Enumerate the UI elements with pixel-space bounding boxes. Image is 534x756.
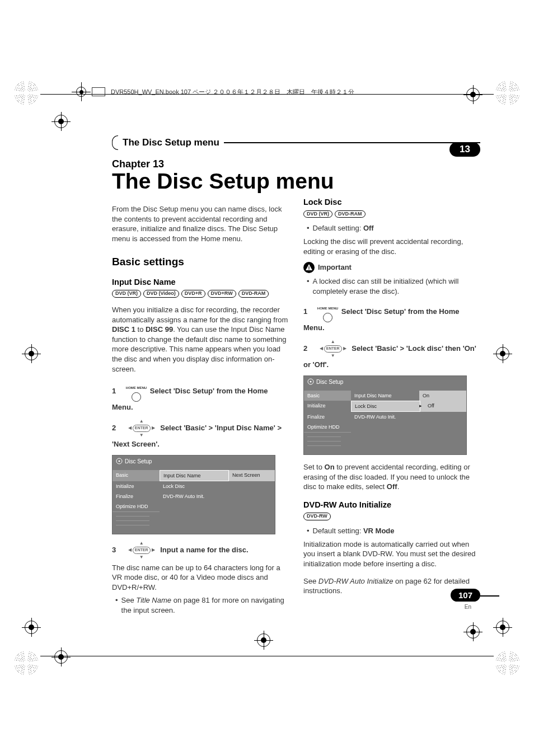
format-badges: DVD-RW [303, 513, 481, 520]
page-lang: En [451, 604, 471, 610]
lock-after-para: Set to On to prevent accidental recordin… [303, 462, 481, 492]
right-column: Lock Disc DVD (VR) DVD-RAM • Default set… [303, 197, 481, 618]
osd-nav-finalize: Finalize [113, 491, 160, 501]
home-menu-icon: HOME MENU [317, 302, 338, 322]
auto-init-default: • Default setting: VR Mode [303, 526, 481, 536]
home-menu-icon: HOME MENU [126, 381, 147, 402]
format-badges: DVD (VR) DVD (Video) DVD+R DVD+RW DVD-RA… [112, 290, 290, 298]
disc-icon [116, 458, 123, 464]
input-disc-name-para: When you initialize a disc for recording… [112, 305, 290, 374]
warning-icon [303, 262, 315, 273]
page-title: The Disc Setup menu [112, 169, 334, 194]
page-number: 107 [451, 589, 480, 602]
osd-title: Disc Setup [304, 376, 466, 391]
osd-nav-basic: Basic [113, 470, 160, 481]
intro-text: From the Disc Setup menu you can name di… [112, 204, 290, 243]
corner-pattern [495, 651, 520, 675]
osd-option-off: ▸Off [420, 401, 466, 412]
badge-dvd-vr: DVD (VR) [303, 210, 332, 218]
registration-mark [257, 633, 270, 647]
badge-dvd-ram: DVD-RAM [238, 290, 269, 298]
chapter-badge: 13 [449, 142, 480, 157]
corner-pattern [14, 81, 39, 105]
step-3-para: The disc name can be up to 64 characters… [112, 563, 290, 593]
osd-nav-basic: Basic [304, 391, 351, 401]
enter-nav-icon: ▲◀ENTER▶▼ [128, 540, 155, 561]
osd-item-auto-init: DVD-RW Auto Init. [160, 491, 228, 501]
lock-step-2: 2 ▲◀ENTER▶▼ Select 'Basic' > 'Lock disc'… [303, 339, 481, 370]
format-badges: DVD (VR) DVD-RAM [303, 210, 481, 218]
enter-nav-icon: ▲◀ENTER▶▼ [320, 339, 346, 359]
osd-item-lock-disc: Lock Disc [160, 481, 228, 491]
disc-icon [307, 378, 314, 385]
svg-point-1 [119, 461, 120, 462]
osd-nav-optimize: Optimize HDD [113, 501, 160, 512]
badge-dvd-plus-r: DVD+R [181, 290, 205, 298]
note-title-name: • See Title Name on page 81 for more on … [112, 595, 290, 615]
registration-mark [466, 88, 480, 101]
osd-disc-setup-2: Disc Setup Basic Input Disc Name On Init… [303, 375, 467, 455]
lock-disc-heading: Lock Disc [303, 197, 481, 208]
page-footer: 107 En [451, 589, 480, 610]
source-header: DVR550H_WV_EN.book 107 ページ ２００６年１２月２８日 木… [76, 87, 354, 96]
crop-line [40, 656, 494, 656]
important-bullet: • A locked disc can still be initialized… [303, 276, 481, 296]
book-icon [92, 87, 105, 96]
lock-para: Locking the disc will prevent accidental… [303, 237, 481, 256]
lock-default: • Default setting: Off [303, 223, 481, 233]
title-bar-text: The Disc Setup menu [123, 137, 219, 148]
step-3: 3 ▲◀ENTER▶▼ Input a name for the disc. [112, 540, 290, 561]
badge-dvd-rw: DVD-RW [303, 513, 331, 520]
badge-dvd-ram: DVD-RAM [335, 210, 366, 218]
input-disc-name-heading: Input Disc Name [112, 277, 290, 288]
source-header-text: DVR550H_WV_EN.book 107 ページ ２００６年１２月２８日 木… [111, 88, 354, 96]
content-columns: From the Disc Setup menu you can name di… [112, 197, 481, 618]
corner-pattern [14, 651, 39, 675]
osd-nav-initialize: Initialize [113, 481, 160, 491]
step-1: 1 HOME MENU Select 'Disc Setup' from the… [112, 381, 290, 412]
lock-step-1: 1 HOME MENU Select 'Disc Setup' from the… [303, 302, 481, 333]
osd-disc-setup-1: Disc Setup Basic Input Disc Name Next Sc… [112, 455, 275, 534]
auto-init-heading: DVD-RW Auto Initialize [303, 500, 481, 511]
osd-nav-optimize: Optimize HDD [304, 422, 351, 433]
osd-nav-finalize: Finalize [304, 412, 351, 422]
auto-init-para: Initialization mode is automatically car… [303, 539, 481, 569]
registration-mark [54, 650, 68, 664]
osd-item-input-disc-name: Input Disc Name [351, 391, 419, 401]
osd-item-lock-disc: Lock Disc [351, 401, 420, 412]
osd-option-on: On [419, 391, 466, 401]
corner-pattern [495, 81, 520, 105]
registration-mark [54, 115, 68, 128]
title-divider: 13 [224, 142, 480, 143]
manual-page: DVR550H_WV_EN.book 107 ページ ２００６年１２月２８日 木… [0, 0, 534, 756]
paren-icon [112, 135, 118, 150]
osd-item-input-disc-name: Input Disc Name [160, 470, 229, 481]
osd-next-screen: Next Screen [229, 470, 275, 481]
osd-title: Disc Setup [113, 456, 275, 470]
registration-mark [496, 347, 509, 360]
badge-dvd-video: DVD (Video) [143, 290, 179, 298]
registration-mark [496, 621, 509, 634]
important-heading: Important [303, 262, 481, 273]
chapter-label: Chapter 13 [112, 158, 164, 170]
basic-heading: Basic settings [112, 255, 290, 269]
left-column: From the Disc Setup menu you can name di… [112, 197, 290, 618]
badge-dvd-vr: DVD (VR) [112, 290, 141, 298]
badge-dvd-plus-rw: DVD+RW [208, 290, 236, 298]
osd-nav-initialize: Initialize [304, 401, 351, 412]
registration-mark [466, 625, 480, 638]
step-2: 2 ▲◀ENTER▶▼ Select 'Basic' > 'Input Disc… [112, 418, 290, 449]
registration-mark [25, 347, 38, 360]
title-bar: The Disc Setup menu 13 [112, 135, 480, 150]
registration-mark [25, 621, 38, 634]
svg-point-3 [310, 381, 312, 383]
enter-nav-icon: ▲◀ENTER▶▼ [128, 418, 155, 439]
osd-item-auto-init: DVD-RW Auto Init. [351, 412, 419, 422]
